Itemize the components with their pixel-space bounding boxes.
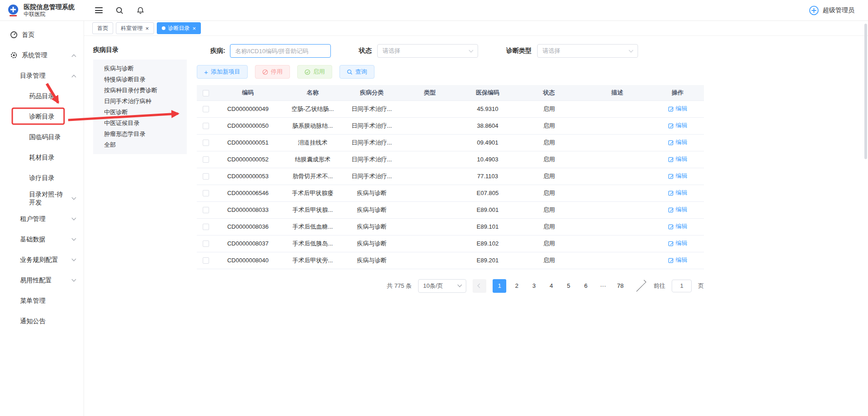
tab-diagnosis-catalog[interactable]: 诊断目录 × (157, 22, 201, 34)
table-row[interactable]: CD0000008033 手术后甲状腺... 疾病与诊断 E89.001 启用 (197, 201, 704, 218)
select-all-checkbox[interactable] (203, 90, 209, 96)
bell-icon[interactable] (136, 6, 145, 15)
search-icon[interactable] (115, 6, 124, 15)
close-icon[interactable]: × (145, 25, 149, 31)
page-button[interactable]: 6 (579, 279, 593, 293)
catalog-item[interactable]: 疾病与诊断 (93, 63, 187, 74)
sidebar-item-treatment-catalog[interactable]: 诊疗目录 (0, 168, 84, 188)
page-button[interactable]: 4 (544, 279, 558, 293)
disable-button[interactable]: 停用 (255, 65, 290, 79)
next-page-button[interactable] (634, 279, 647, 293)
page-button[interactable]: 78 (614, 279, 627, 293)
sidebar-item-business-rules[interactable]: 业务规则配置 (0, 250, 84, 270)
diagnosis-type-select[interactable]: 请选择 (537, 44, 638, 58)
table-row[interactable]: CD0000000053 肋骨切开术不... 日间手术治疗... 77.1103… (197, 168, 704, 185)
close-icon[interactable]: × (193, 25, 196, 31)
prev-page-button[interactable] (473, 279, 486, 293)
table-row[interactable]: CD0000006546 手术后甲状腺瘘 疾病与诊断 E07.805 启用 (197, 185, 704, 201)
page-button[interactable]: 5 (562, 279, 575, 293)
row-checkbox[interactable] (203, 207, 209, 213)
column-header[interactable]: 医保编码 (460, 85, 515, 100)
table-row[interactable]: CD0000008036 手术后低血糖... 疾病与诊断 E89.101 启用 (197, 218, 704, 235)
cell-status: 启用 (515, 134, 583, 151)
edit-button[interactable]: 编辑 (668, 256, 688, 264)
table-row[interactable]: CD0000000050 肠系膜动脉结... 日间手术治疗... 38.8604… (197, 117, 704, 134)
row-checkbox[interactable] (203, 224, 209, 230)
edit-button[interactable]: 编辑 (668, 155, 688, 163)
edit-button[interactable]: 编辑 (668, 121, 688, 130)
edit-label: 编辑 (676, 205, 688, 214)
collapse-menu-icon[interactable] (94, 6, 103, 15)
disease-search-input[interactable] (235, 48, 325, 55)
query-button[interactable]: 查询 (339, 65, 374, 79)
sidebar-item-menu-mgmt[interactable]: 菜单管理 (0, 291, 84, 311)
tab-department-mgmt[interactable]: 科室管理 × (116, 22, 154, 34)
edit-button[interactable]: 编辑 (668, 189, 688, 197)
sidebar-item-usability-config[interactable]: 易用性配置 (0, 270, 84, 291)
page-button[interactable]: 2 (510, 279, 524, 293)
cell-status: 启用 (515, 117, 583, 134)
column-header[interactable]: 编码 (215, 85, 281, 100)
column-header[interactable]: 描述 (583, 85, 651, 100)
row-checkbox[interactable] (203, 156, 209, 163)
column-header[interactable]: 名称 (281, 85, 344, 100)
filter-bar: 疾病: 状态 请选择 诊断类型 请选择 (210, 44, 868, 58)
sidebar-item-diagnosis-catalog[interactable]: 诊断目录 (0, 106, 84, 127)
sidebar-item-consumables-catalog[interactable]: 耗材目录 (0, 147, 84, 168)
catalog-item[interactable]: 按病种目录付费诊断 (93, 85, 187, 96)
sidebar-item-drug-catalog[interactable]: 药品目录 (0, 86, 84, 106)
edit-button[interactable]: 编辑 (668, 239, 688, 247)
sidebar-item-catalog-mgmt[interactable]: 目录管理 (0, 65, 84, 86)
catalog-item[interactable]: 肿瘤形态学目录 (93, 129, 187, 140)
catalog-item[interactable]: 全部 (93, 140, 187, 150)
total-count: 共 775 条 (387, 282, 412, 290)
edit-button[interactable]: 编辑 (668, 105, 688, 113)
catalog-item[interactable]: 中医诊断 (93, 107, 187, 118)
enable-button[interactable]: 启用 (297, 65, 332, 79)
cell-category: 疾病与诊断 (344, 201, 399, 218)
app-subtitle: 中联医院 (24, 11, 75, 18)
more-pages-icon[interactable]: ··· (596, 279, 610, 293)
table-row[interactable]: CD0000000051 泪道挂线术 日间手术治疗... 09.4901 启用 (197, 134, 704, 151)
user-menu[interactable]: 超级管理员 (809, 5, 868, 15)
sidebar-item-notice[interactable]: 通知公告 (0, 311, 84, 331)
add-item-button[interactable]: + 添加新项目 (197, 65, 248, 79)
table-row[interactable]: CD0000000049 空肠-乙状结肠... 日间手术治疗... 45.931… (197, 100, 704, 117)
sidebar-item-catalog-mapping[interactable]: 目录对照-待开发 (0, 188, 84, 209)
sidebar-item-tenant-mgmt[interactable]: 租户管理 (0, 209, 84, 229)
page-button[interactable]: 1 (493, 279, 506, 293)
catalog-item[interactable]: 中医证候目录 (93, 118, 187, 129)
goto-page-input[interactable] (672, 280, 692, 292)
chevron-down-icon (629, 48, 633, 52)
edit-button[interactable]: 编辑 (668, 138, 688, 146)
row-checkbox[interactable] (203, 190, 209, 196)
sidebar-item-base-data[interactable]: 基础数据 (0, 229, 84, 250)
status-select[interactable]: 请选择 (377, 44, 478, 58)
vertical-scrollbar[interactable] (864, 24, 867, 159)
table-row[interactable]: CD0000008040 手术后甲状旁... 疾病与诊断 E89.201 启用 (197, 252, 704, 269)
edit-button[interactable]: 编辑 (668, 172, 688, 180)
sidebar-item-system-mgmt[interactable]: 系统管理 (0, 45, 84, 65)
edit-button[interactable]: 编辑 (668, 205, 688, 214)
row-checkbox[interactable] (203, 123, 209, 129)
catalog-item[interactable]: 日间手术治疗病种 (93, 96, 187, 107)
table-row[interactable]: CD0000008037 手术后低胰岛... 疾病与诊断 E89.102 启用 (197, 235, 704, 252)
row-checkbox[interactable] (203, 241, 209, 247)
page-button[interactable]: 3 (527, 279, 541, 293)
table-row[interactable]: CD0000000052 结膜囊成形术 日间手术治疗... 10.4903 启用 (197, 151, 704, 168)
table-header-row: 编码名称疾病分类类型医保编码状态描述操作 (197, 85, 704, 100)
row-checkbox[interactable] (203, 140, 209, 146)
catalog-item[interactable]: 特慢病诊断目录 (93, 74, 187, 85)
page-size-select[interactable]: 10条/页 (418, 279, 466, 293)
column-header[interactable]: 类型 (399, 85, 460, 100)
sidebar-item-home[interactable]: 首页 (0, 25, 84, 45)
column-header[interactable]: 状态 (515, 85, 583, 100)
row-checkbox[interactable] (203, 257, 209, 264)
column-header[interactable]: 操作 (651, 85, 704, 100)
column-header[interactable]: 疾病分类 (344, 85, 399, 100)
row-checkbox[interactable] (203, 106, 209, 112)
tab-home[interactable]: 首页 (92, 22, 113, 34)
edit-button[interactable]: 编辑 (668, 222, 688, 231)
row-checkbox[interactable] (203, 173, 209, 180)
sidebar-item-national-code-catalog[interactable]: 国临码目录 (0, 127, 84, 147)
